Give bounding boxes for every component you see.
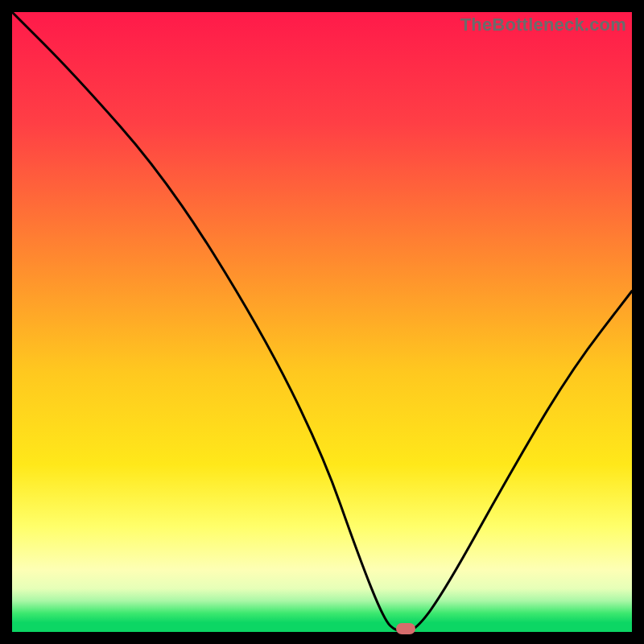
bottleneck-curve [12, 12, 632, 632]
optimal-point-marker [396, 623, 415, 634]
curve-path [12, 12, 632, 632]
chart-canvas: TheBottleneck.com [0, 0, 644, 644]
watermark-text: TheBottleneck.com [460, 14, 626, 35]
